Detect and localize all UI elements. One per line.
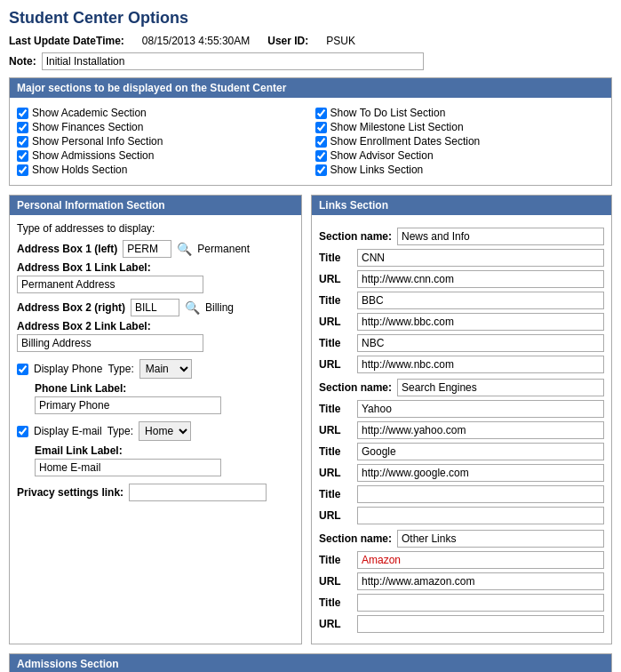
links-group-0-title-0-input[interactable] [357, 249, 604, 267]
phone-row: Display Phone Type: Main Cell Home Other [17, 359, 294, 379]
links-group-2-section-row: Section name: [319, 530, 604, 548]
checkbox-show-enrollment: Show Enrollment Dates Section [315, 135, 605, 148]
links-group-2-url-0: URL [319, 572, 604, 590]
major-sections-left: Show Academic Section Show Finances Sect… [17, 105, 307, 178]
links-group-2-title-0: Title [319, 551, 604, 569]
checkbox-show-links: Show Links Section [315, 164, 605, 176]
addr-box2-row: Address Box 2 (right) 🔍 Billing [17, 299, 294, 316]
links-group-2-title-0-input[interactable] [357, 551, 604, 569]
email-row: Display E-mail Type: Home Work Other [17, 421, 294, 441]
addr-box2-link-input[interactable] [17, 334, 203, 352]
links-group-1-url-1: URL [319, 464, 604, 482]
show-personal-label: Show Personal Info Section [32, 135, 163, 148]
addr-box1-link-input[interactable] [17, 276, 203, 293]
links-group-1-title-2: Title [319, 485, 604, 503]
links-group-0-section-input[interactable] [397, 228, 604, 245]
note-label: Note: [9, 55, 36, 68]
privacy-settings-input[interactable] [129, 484, 267, 501]
show-milestone-checkbox[interactable] [315, 122, 327, 133]
links-group-0-title-1: Title [319, 292, 604, 309]
links-group-2-section-input[interactable] [397, 530, 604, 548]
links-group-1-url-0-input[interactable] [357, 421, 604, 439]
links-group-1-title-1-input[interactable] [357, 443, 604, 460]
page-title: Student Center Options [9, 9, 612, 28]
links-group-1-title-1: Title [319, 443, 604, 460]
phone-link-label: Phone Link Label: [35, 382, 294, 395]
addr-box2-search-icon[interactable]: 🔍 [185, 300, 200, 315]
phone-link-input[interactable] [35, 396, 221, 414]
personal-info-header: Personal Information Section [10, 196, 301, 215]
personal-info-panel: Personal Information Section Type of add… [9, 195, 302, 644]
show-admissions-label: Show Admissions Section [32, 149, 154, 162]
show-advisor-label: Show Advisor Section [330, 149, 434, 162]
links-group-0-url-0-input[interactable] [357, 270, 604, 288]
addr-box2-code-input[interactable] [131, 299, 179, 316]
addr-box1-type: Permanent [197, 243, 250, 255]
phone-type-label: Type: [107, 363, 133, 375]
display-phone-checkbox[interactable] [17, 364, 28, 375]
display-email-checkbox[interactable] [17, 426, 28, 437]
display-phone-label: Display Phone [34, 363, 102, 375]
addr-box2-type: Billing [205, 301, 234, 314]
links-group-1-title-2-input[interactable] [357, 485, 604, 503]
show-admissions-checkbox[interactable] [17, 150, 28, 162]
links-group-0-section-row: Section name: [319, 228, 604, 245]
links-group-2-title-1-input[interactable] [357, 594, 604, 612]
addr-box1-label: Address Box 1 (left) [17, 243, 117, 255]
last-update-value: 08/15/2013 4:55:30AM [142, 35, 250, 47]
show-enrollment-checkbox[interactable] [315, 136, 327, 148]
links-group-0-title-1-input[interactable] [357, 292, 604, 309]
links-group-1-section-row: Section name: [319, 379, 604, 396]
note-input[interactable] [42, 52, 424, 70]
show-personal-checkbox[interactable] [17, 136, 28, 148]
links-group-0-title-2: Title [319, 334, 604, 352]
checkbox-show-advisor: Show Advisor Section [315, 149, 605, 162]
phone-type-select[interactable]: Main Cell Home Other [139, 359, 192, 379]
email-type-label: Type: [107, 425, 133, 437]
show-advisor-checkbox[interactable] [315, 150, 327, 162]
show-todo-checkbox[interactable] [315, 108, 327, 119]
links-group-1-url-1-input[interactable] [357, 464, 604, 482]
links-section-body: Section name: Title URL Title URL [312, 215, 611, 644]
privacy-row: Privacy settings link: [17, 484, 294, 501]
addr-box2-link-label: Address Box 2 Link Label: [17, 320, 294, 332]
show-enrollment-label: Show Enrollment Dates Section [330, 135, 481, 148]
checkbox-show-academic: Show Academic Section [17, 107, 307, 119]
links-group-1-url-2-input[interactable] [357, 507, 604, 524]
admissions-panel: Admissions Section Display Action Column… [9, 653, 612, 672]
two-col-layout: Personal Information Section Type of add… [9, 195, 612, 644]
show-finances-checkbox[interactable] [17, 122, 28, 133]
links-group-2-section-label: Section name: [319, 532, 392, 545]
addr-box1-code-input[interactable] [123, 240, 171, 258]
links-group-2-url-1-input[interactable] [357, 615, 604, 633]
show-holds-checkbox[interactable] [17, 164, 28, 176]
show-academic-checkbox[interactable] [17, 108, 28, 119]
links-section-header: Links Section [312, 196, 611, 215]
links-group-0-url-2-input[interactable] [357, 356, 604, 373]
show-links-checkbox[interactable] [315, 164, 327, 176]
links-group-1-url-2: URL [319, 507, 604, 524]
personal-info-body: Type of addresses to display: Address Bo… [10, 215, 301, 510]
show-milestone-label: Show Milestone List Section [330, 121, 464, 133]
links-group-1-title-0-input[interactable] [357, 400, 604, 418]
major-sections-panel: Major sections to be displayed on the St… [9, 77, 612, 186]
addr-box1-search-icon[interactable]: 🔍 [177, 242, 192, 256]
links-group-0-url-2: URL [319, 356, 604, 373]
links-group-1-section-input[interactable] [397, 379, 604, 396]
user-id-label: User ID: [267, 35, 308, 47]
links-group-2-url-0-input[interactable] [357, 572, 604, 590]
show-finances-label: Show Finances Section [32, 121, 143, 133]
links-group-1-url-0: URL [319, 421, 604, 439]
email-link-input[interactable] [35, 459, 221, 476]
email-type-select[interactable]: Home Work Other [139, 421, 191, 441]
links-group-2-url-1: URL [319, 615, 604, 633]
checkbox-show-personal: Show Personal Info Section [17, 135, 307, 148]
show-todo-label: Show To Do List Section [330, 107, 446, 119]
links-group-0-url-1: URL [319, 313, 604, 331]
email-link-label: Email Link Label: [35, 444, 294, 457]
checkbox-show-todo: Show To Do List Section [315, 107, 605, 119]
links-group-2-title-1: Title [319, 594, 604, 612]
links-group-0-title-2-input[interactable] [357, 334, 604, 352]
user-id-value: PSUK [326, 35, 355, 47]
links-group-0-url-1-input[interactable] [357, 313, 604, 331]
